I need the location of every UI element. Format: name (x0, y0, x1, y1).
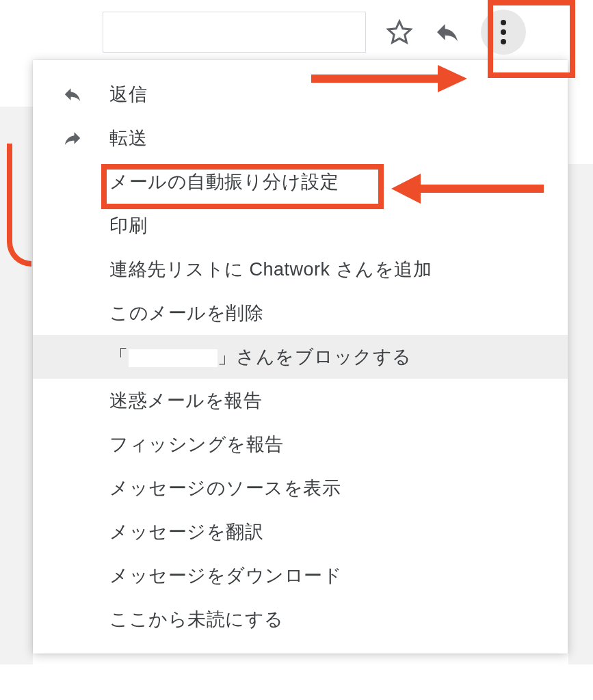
vertical-dots-icon (501, 20, 506, 44)
menu-label: このメールを削除 (109, 301, 547, 325)
redacted-name (129, 349, 218, 367)
menu-label: 「」さんをブロックする (109, 345, 547, 369)
menu-item-reply[interactable]: 返信 (33, 72, 568, 116)
menu-item-report-spam[interactable]: 迷惑メールを報告 (33, 379, 568, 422)
menu-label: 返信 (109, 82, 547, 107)
menu-item-show-original[interactable]: メッセージのソースを表示 (33, 466, 568, 510)
menu-item-forward[interactable]: 転送 (33, 116, 568, 160)
menu-label: メールの自動振り分け設定 (109, 170, 547, 194)
menu-label: ここから未読にする (109, 607, 547, 632)
more-options-button[interactable] (481, 10, 526, 55)
menu-label: 転送 (109, 126, 547, 150)
menu-item-delete[interactable]: このメールを削除 (33, 291, 568, 335)
menu-label: フィッシングを報告 (109, 432, 547, 457)
menu-item-mark-unread[interactable]: ここから未読にする (33, 597, 568, 641)
sender-chip-area (103, 12, 366, 53)
menu-item-translate[interactable]: メッセージを翻訳 (33, 510, 568, 554)
block-suffix: 」さんをブロックする (218, 347, 412, 367)
menu-item-block[interactable]: 「」さんをブロックする (33, 335, 568, 379)
background-right-strip (568, 164, 593, 664)
star-icon[interactable] (385, 18, 414, 46)
menu-label: メッセージのソースを表示 (109, 476, 547, 500)
menu-label: 印刷 (109, 213, 547, 238)
more-options-menu: 返信 転送 メールの自動振り分け設定 印刷 連絡先リストに Chatwork さ… (33, 60, 568, 654)
reply-toolbar-icon[interactable] (433, 18, 462, 46)
forward-icon (60, 126, 85, 150)
menu-item-report-phishing[interactable]: フィッシングを報告 (33, 422, 568, 466)
menu-item-download[interactable]: メッセージをダウンロード (33, 554, 568, 597)
message-toolbar (103, 8, 572, 56)
reply-icon (60, 82, 85, 107)
menu-label: 迷惑メールを報告 (109, 388, 547, 413)
menu-item-print[interactable]: 印刷 (33, 204, 568, 247)
menu-label: メッセージをダウンロード (109, 563, 547, 588)
menu-item-add-contact[interactable]: 連絡先リストに Chatwork さんを追加 (33, 247, 568, 291)
menu-item-filter[interactable]: メールの自動振り分け設定 (33, 160, 568, 204)
menu-label: メッセージを翻訳 (109, 520, 547, 544)
svg-marker-0 (388, 21, 411, 42)
block-prefix: 「 (109, 347, 129, 367)
decorative-curve (7, 144, 31, 267)
menu-label: 連絡先リストに Chatwork さんを追加 (109, 257, 547, 282)
